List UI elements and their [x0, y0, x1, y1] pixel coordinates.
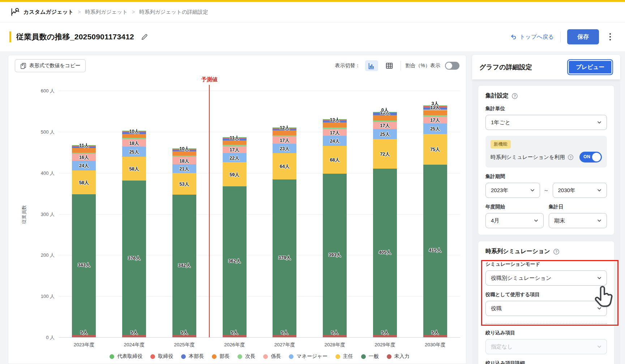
fiscal-start-select[interactable]: 4月 — [485, 213, 544, 228]
bar-segment-一般 — [323, 174, 347, 335]
filter-select[interactable]: 指定なし — [485, 339, 607, 354]
bar-segment-代表取締役 — [172, 148, 196, 149]
bar-segment-部長 — [72, 148, 96, 153]
more-menu-button[interactable] — [605, 31, 615, 43]
bar-segment-一般 — [172, 195, 196, 335]
period-to-select[interactable]: 2030年 — [553, 183, 607, 198]
bar-segment-係長 — [72, 154, 96, 160]
bar-segment-マネージャー — [72, 161, 96, 170]
copy-table-values-button[interactable]: 表形式で数値をコピー — [15, 59, 86, 72]
simulation-mode-label: シミュレーションモード — [485, 261, 607, 268]
bar-segment-本部長 — [323, 121, 347, 122]
breadcrumb-item-2[interactable]: 時系列ガジェット — [85, 9, 128, 16]
bar-segment-代表取締役 — [273, 127, 296, 128]
bar-segment-マネージャー — [273, 144, 296, 153]
save-button[interactable]: 保存 — [567, 29, 599, 44]
help-icon[interactable]: ? — [511, 93, 518, 99]
dotted-divider — [485, 323, 607, 324]
toggle-on-label: ON — [583, 154, 590, 159]
bar-segment-次長 — [373, 121, 397, 122]
simulation-enabled-toggle[interactable]: ON — [579, 152, 602, 162]
back-to-top-link[interactable]: トップへ戻る — [510, 33, 554, 41]
bar-segment-マネージャー — [373, 129, 397, 139]
preview-button[interactable]: プレビュー — [567, 59, 613, 75]
simulation-feature-box: 新機能 時系列シミュレーションを利用 ? ON — [485, 136, 607, 168]
chevron-down-icon — [533, 218, 539, 224]
bar-segment-主任 — [423, 134, 447, 165]
breadcrumb-item-3: 時系列ガジェットの詳細設定 — [139, 9, 208, 16]
forecast-divider-line — [209, 85, 210, 337]
legend-item: 次長 — [237, 353, 255, 360]
bar-segment-次長 — [273, 135, 296, 136]
chart-view-button[interactable] — [365, 60, 378, 71]
bar-segment-代表取締役 — [72, 145, 96, 146]
time-series-simulation-card: 時系列シミュレーション ? シミュレーションモード 役職別シミュレーション 役職… — [478, 241, 615, 364]
legend-color-dot — [150, 354, 155, 359]
bar-segment-部長 — [323, 122, 347, 128]
bar-segment-部長 — [373, 115, 397, 121]
settings-panel-title: グラフの詳細設定 — [479, 63, 532, 72]
bar-segment-係長 — [373, 122, 397, 129]
y-axis-tick-label: 0 人 — [29, 334, 55, 341]
bar-segment-取締役 — [172, 149, 196, 150]
legend-item: マネージャー — [289, 353, 327, 360]
table-icon — [385, 62, 393, 70]
bar-segment-マネージャー — [172, 164, 196, 173]
chart-toolbar: 表形式で数値をコピー 表示切替： — [8, 55, 466, 73]
app-window: カスタムガジェット > 時系列ガジェット > 時系列ガジェットの詳細設定 従業員… — [0, 0, 625, 364]
help-icon[interactable]: ? — [568, 154, 574, 160]
legend-color-dot — [289, 354, 294, 359]
x-axis-tick-label: 2023年度 — [59, 342, 109, 348]
legend-item: 一般 — [361, 353, 379, 360]
divider — [560, 31, 561, 42]
bar-segment-部長 — [172, 151, 196, 155]
legend-color-dot — [212, 354, 217, 359]
bar-segment-本部長 — [122, 132, 146, 134]
help-icon[interactable]: ? — [553, 248, 560, 255]
gridline — [59, 132, 460, 132]
period-from-select[interactable]: 2023年 — [485, 183, 540, 198]
display-toggle-label: 表示切替： — [335, 62, 360, 69]
new-feature-badge: 新機能 — [491, 140, 511, 148]
bar-segment-未入力 — [223, 335, 247, 337]
table-view-button[interactable] — [383, 60, 396, 71]
divider — [401, 61, 401, 70]
filter-label: 絞り込み項目 — [485, 330, 607, 336]
edit-title-button[interactable] — [141, 33, 148, 41]
breadcrumb-separator: > — [132, 9, 135, 15]
bar-segment-係長 — [273, 136, 296, 143]
bar-segment-次長 — [323, 127, 347, 129]
percent-display-toggle[interactable] — [445, 62, 459, 70]
bar-segment-主任 — [172, 173, 196, 195]
bar-segment-代表取締役 — [122, 131, 146, 131]
chevron-down-icon — [596, 275, 602, 281]
chevron-down-icon — [530, 187, 535, 193]
aggregation-section-title: 集計設定 — [485, 92, 509, 100]
bar-segment-未入力 — [122, 335, 146, 337]
bar-segment-代表取締役 — [373, 112, 397, 113]
y-axis-tick-label: 400 人 — [29, 170, 55, 177]
bar-segment-次長 — [423, 115, 447, 116]
chevron-down-icon — [596, 187, 602, 193]
aggregation-day-select[interactable]: 期末 — [549, 213, 607, 228]
simulation-mode-select[interactable]: 役職別シミュレーション — [485, 270, 607, 286]
bar-segment-マネージャー — [323, 136, 347, 146]
gridline — [59, 255, 460, 255]
chevron-down-icon — [596, 218, 602, 224]
settings-panel-body: 集計設定 ? 集計単位 1年ごと 新機能 — [472, 79, 620, 364]
breadcrumb-item-1[interactable]: カスタムガジェット — [23, 9, 73, 16]
role-field-value: 役職 — [491, 305, 502, 312]
bar-segment-代表取締役 — [223, 137, 247, 138]
legend-color-dot — [110, 354, 114, 359]
bar-segment-マネージャー — [122, 147, 146, 157]
bar-segment-主任 — [373, 139, 397, 169]
bar-segment-一般 — [122, 181, 146, 335]
x-axis-tick-label: 2027年度 — [260, 342, 310, 348]
legend-item: 主任 — [335, 353, 353, 360]
breadcrumb-root[interactable]: カスタムガジェット — [10, 7, 73, 17]
unit-select[interactable]: 1年ごと — [485, 115, 607, 130]
x-axis-tick-label: 2030年度 — [410, 342, 460, 348]
legend-color-dot — [263, 354, 268, 359]
filter-select-value: 指定なし — [491, 343, 513, 350]
role-field-select[interactable]: 役職 — [485, 301, 607, 316]
